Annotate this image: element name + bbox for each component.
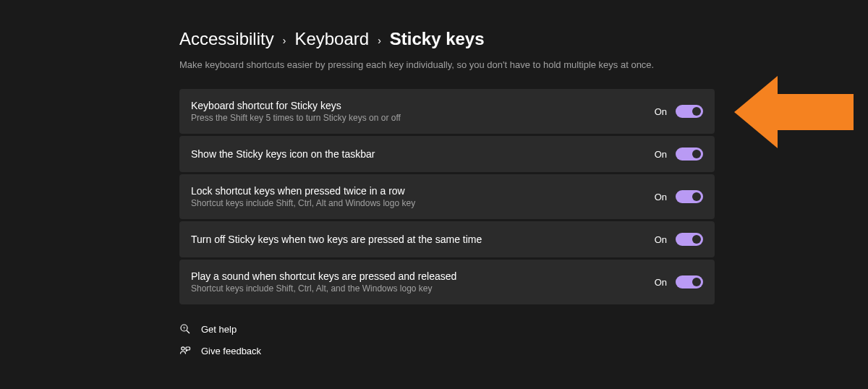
setting-subtitle: Shortcut keys include Shift, Ctrl, Alt, … xyxy=(191,283,456,294)
svg-point-3 xyxy=(182,347,184,350)
toggle-state-label: On xyxy=(655,234,667,245)
toggle-group: On xyxy=(655,233,703,246)
setting-title: Lock shortcut keys when pressed twice in… xyxy=(191,185,415,197)
setting-lock-shortcut-keys: Lock shortcut keys when pressed twice in… xyxy=(179,174,715,219)
toggle-keyboard-shortcut[interactable] xyxy=(676,105,703,118)
toggle-thumb xyxy=(692,192,701,201)
help-icon: ? xyxy=(179,323,191,335)
setting-title: Play a sound when shortcut keys are pres… xyxy=(191,270,456,282)
give-feedback-link[interactable]: Give feedback xyxy=(179,345,868,356)
setting-show-taskbar-icon: Show the Sticky keys icon on the taskbar… xyxy=(179,136,715,172)
setting-text: Lock shortcut keys when pressed twice in… xyxy=(191,185,415,208)
toggle-thumb xyxy=(692,107,701,116)
toggle-thumb xyxy=(692,278,701,286)
setting-subtitle: Press the Shift key 5 times to turn Stic… xyxy=(191,113,401,123)
get-help-label: Get help xyxy=(201,324,237,335)
toggle-group: On xyxy=(655,275,703,288)
breadcrumb-current: Sticky keys xyxy=(390,29,485,49)
setting-text: Turn off Sticky keys when two keys are p… xyxy=(191,234,482,245)
setting-title: Show the Sticky keys icon on the taskbar xyxy=(191,148,375,160)
toggle-state-label: On xyxy=(655,149,667,160)
toggle-group: On xyxy=(655,148,703,161)
svg-line-1 xyxy=(187,330,190,333)
give-feedback-label: Give feedback xyxy=(201,346,261,356)
toggle-group: On xyxy=(655,105,703,118)
page-description: Make keyboard shortcuts easier by pressi… xyxy=(179,59,868,70)
svg-text:?: ? xyxy=(183,326,186,330)
toggle-play-sound[interactable] xyxy=(676,275,703,288)
setting-title: Keyboard shortcut for Sticky keys xyxy=(191,100,401,111)
toggle-state-label: On xyxy=(655,106,667,117)
get-help-link[interactable]: ? Get help xyxy=(179,323,868,335)
toggle-state-label: On xyxy=(655,277,667,288)
feedback-icon xyxy=(179,345,191,356)
breadcrumb-keyboard[interactable]: Keyboard xyxy=(294,29,369,49)
svg-rect-4 xyxy=(186,347,190,350)
settings-page: Accessibility › Keyboard › Sticky keys M… xyxy=(0,0,868,356)
toggle-thumb xyxy=(692,150,701,158)
setting-turn-off-two-keys: Turn off Sticky keys when two keys are p… xyxy=(179,221,715,257)
chevron-right-icon: › xyxy=(283,35,286,46)
chevron-right-icon: › xyxy=(378,35,381,46)
toggle-turn-off-two-keys[interactable] xyxy=(676,233,703,246)
breadcrumb-accessibility[interactable]: Accessibility xyxy=(179,29,274,49)
setting-play-sound: Play a sound when shortcut keys are pres… xyxy=(179,260,715,304)
setting-keyboard-shortcut: Keyboard shortcut for Sticky keys Press … xyxy=(179,89,715,134)
toggle-group: On xyxy=(655,190,703,203)
toggle-show-taskbar-icon[interactable] xyxy=(676,148,703,161)
footer-links: ? Get help Give feedback xyxy=(179,323,868,356)
setting-text: Show the Sticky keys icon on the taskbar xyxy=(191,148,375,160)
breadcrumb: Accessibility › Keyboard › Sticky keys xyxy=(179,29,868,49)
toggle-lock-shortcut-keys[interactable] xyxy=(676,190,703,203)
setting-subtitle: Shortcut keys include Shift, Ctrl, Alt a… xyxy=(191,198,415,208)
toggle-thumb xyxy=(692,235,701,244)
settings-list: Keyboard shortcut for Sticky keys Press … xyxy=(179,89,715,304)
setting-text: Play a sound when shortcut keys are pres… xyxy=(191,270,456,294)
toggle-state-label: On xyxy=(655,192,667,202)
setting-title: Turn off Sticky keys when two keys are p… xyxy=(191,234,482,245)
setting-text: Keyboard shortcut for Sticky keys Press … xyxy=(191,100,401,123)
